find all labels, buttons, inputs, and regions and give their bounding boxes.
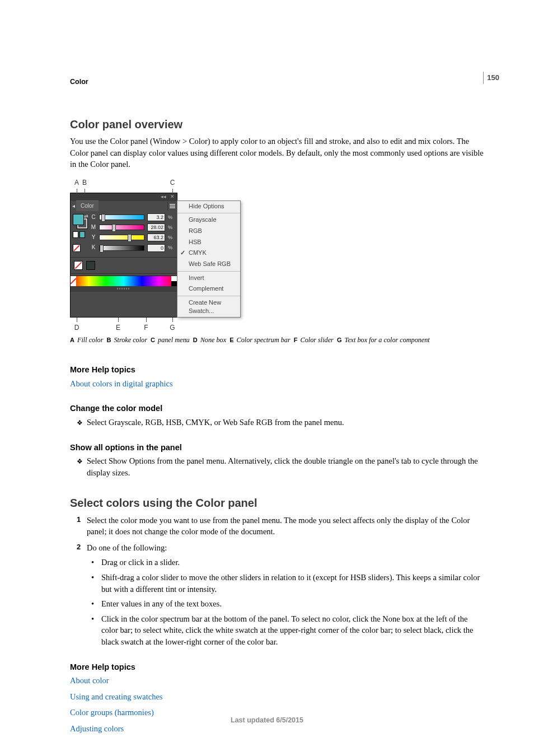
panel-tab-color[interactable]: Color xyxy=(76,200,99,211)
substep-2: Shift-drag a color slider to move the ot… xyxy=(101,572,483,595)
callout-a: A xyxy=(73,178,80,193)
diamond-bullet-icon xyxy=(77,455,87,478)
step-marker-2: 2 xyxy=(77,542,87,554)
callout-row-top: A B C xyxy=(70,178,238,193)
swap-fill-stroke-icon[interactable]: ⇄ xyxy=(84,213,88,220)
more-help-heading-1: More Help topics xyxy=(70,364,500,376)
callout-f: F xyxy=(143,318,149,333)
channel-k-label: K xyxy=(91,244,96,251)
bullet-icon xyxy=(91,572,101,595)
bullet-icon xyxy=(91,598,101,610)
page-number: 150 xyxy=(483,72,499,84)
step-1: Select the color mode you want to use fr… xyxy=(87,515,483,538)
pct-label: % xyxy=(168,244,174,251)
callout-c: C xyxy=(169,178,176,193)
bullet-show-all: Select Show Options from the panel menu.… xyxy=(87,455,483,478)
panel-flyout-menu: Hide Options Grayscale RGB HSB CMYK Web … xyxy=(177,200,241,318)
page-footer: Last updated 6/5/2015 xyxy=(0,716,534,726)
menu-rgb[interactable]: RGB xyxy=(177,226,240,237)
figure-caption: A Fill color B Stroke color C panel menu… xyxy=(70,335,484,345)
color-panel: ◂◂ ✕ ◂ Color ⇄ xyxy=(70,193,177,318)
intro-paragraph: You use the Color panel (Window > Color)… xyxy=(70,136,484,170)
panel-close-icon[interactable]: ✕ xyxy=(168,193,177,201)
callout-row-bottom: D E F G xyxy=(70,318,243,332)
pct-label: % xyxy=(168,224,174,231)
pct-label: % xyxy=(168,214,174,221)
pct-label: % xyxy=(168,234,174,241)
panel-resize-grip[interactable] xyxy=(71,286,177,292)
callout-e: E xyxy=(115,318,121,333)
step-marker-1: 1 xyxy=(77,515,87,538)
value-m[interactable]: 28.02 xyxy=(147,223,165,231)
channel-y-label: Y xyxy=(91,234,96,241)
slider-m[interactable] xyxy=(99,225,144,230)
spectrum-none-box[interactable] xyxy=(71,276,76,286)
value-y[interactable]: 63.2 xyxy=(147,234,165,241)
menu-cmyk[interactable]: CMYK xyxy=(177,248,240,259)
figure-color-panel: A B C ◂◂ ✕ ◂ Color xyxy=(70,178,500,332)
step-2: Do one of the following: xyxy=(87,542,167,554)
panel-titlebar: ◂◂ ✕ xyxy=(71,193,177,201)
substep-4: Click in the color spectrum bar at the b… xyxy=(101,613,483,648)
spectrum-white-black[interactable] xyxy=(171,276,177,286)
current-color-swatch xyxy=(86,261,95,270)
panel-collapse-icon[interactable]: ◂◂ xyxy=(159,193,168,201)
link-about-color[interactable]: About color xyxy=(70,675,500,687)
callout-d: D xyxy=(73,318,80,333)
menu-websafe[interactable]: Web Safe RGB xyxy=(177,259,240,270)
menu-complement[interactable]: Complement xyxy=(177,283,240,295)
more-help-heading-2: More Help topics xyxy=(70,661,500,673)
value-k[interactable]: 0 xyxy=(147,244,165,252)
bullet-icon xyxy=(91,557,101,568)
color-spectrum-bar[interactable] xyxy=(71,276,177,286)
link-about-digital-colors[interactable]: About colors in digital graphics xyxy=(70,378,173,390)
heading-change-color-model: Change the color model xyxy=(70,403,500,414)
panel-tab-arrow-icon[interactable]: ◂ xyxy=(71,202,76,210)
menu-invert[interactable]: Invert xyxy=(177,273,240,284)
link-swatches[interactable]: Using and creating swatches xyxy=(70,691,500,703)
diamond-bullet-icon xyxy=(77,417,87,428)
value-c[interactable]: 3.2 xyxy=(147,213,165,221)
menu-create-swatch[interactable]: Create New Swatch... xyxy=(177,297,240,317)
channel-c-label: C xyxy=(91,213,96,221)
menu-hide-options[interactable]: Hide Options xyxy=(177,201,240,212)
heading-show-all-options: Show all options in the panel xyxy=(70,442,500,454)
slider-k[interactable] xyxy=(99,245,144,251)
mini-none-icon[interactable] xyxy=(73,244,81,252)
heading-select-colors: Select colors using the Color panel xyxy=(70,495,500,511)
fill-stroke-swatch[interactable]: ⇄ xyxy=(73,214,87,228)
section-label: Color xyxy=(70,77,500,87)
slider-c[interactable] xyxy=(99,214,144,220)
slider-y[interactable] xyxy=(99,235,144,240)
menu-hsb[interactable]: HSB xyxy=(177,237,240,248)
callout-b: B xyxy=(81,178,88,193)
fill-color-swatch[interactable] xyxy=(73,214,84,225)
bullet-change-model: Select Grayscale, RGB, HSB, CMYK, or Web… xyxy=(87,417,344,428)
substep-1: Drag or click in a slider. xyxy=(101,557,180,568)
channel-m-label: M xyxy=(91,223,96,231)
none-swatch-icon[interactable] xyxy=(74,261,83,270)
heading-color-panel-overview: Color panel overview xyxy=(70,116,500,132)
panel-menu-icon[interactable] xyxy=(167,202,177,211)
menu-grayscale[interactable]: Grayscale xyxy=(177,214,240,226)
callout-g: G xyxy=(169,318,176,333)
bullet-icon xyxy=(91,613,101,648)
substep-3: Enter values in any of the text boxes. xyxy=(101,598,222,610)
color-apply-toggle[interactable] xyxy=(73,231,85,237)
